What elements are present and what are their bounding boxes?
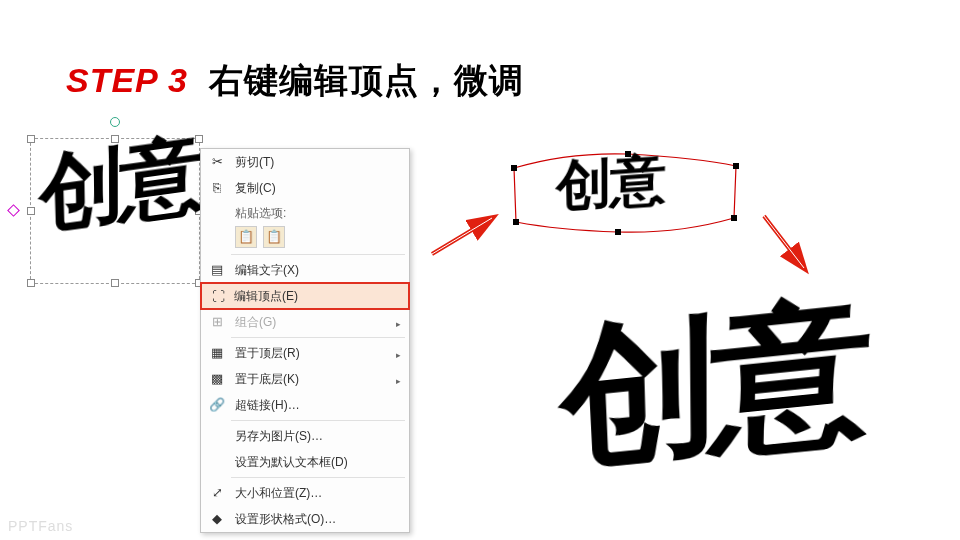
page-title: STEP 3 右键编辑顶点，微调 xyxy=(66,58,524,104)
menu-send-back[interactable]: ▩置于底层(K)▸ xyxy=(201,366,409,392)
title-rest: 右键编辑顶点，微调 xyxy=(209,61,524,99)
menu-format-shape[interactable]: ◆设置形状格式(O)… xyxy=(201,506,409,532)
menu-group: ⊞组合(G)▸ xyxy=(201,309,409,335)
wordart-text: 创意 xyxy=(37,114,201,252)
edit-points-text: 创意 xyxy=(555,142,665,224)
menu-edit-text[interactable]: ▤编辑文字(X) xyxy=(201,257,409,283)
menu-cut[interactable]: ✂剪切(T) xyxy=(201,149,409,175)
svg-rect-5 xyxy=(731,215,737,221)
chevron-right-icon: ▸ xyxy=(396,315,401,333)
svg-rect-6 xyxy=(615,229,621,235)
resize-handle[interactable] xyxy=(27,207,35,215)
menu-save-as-picture[interactable]: 另存为图片(S)… xyxy=(201,423,409,449)
wordart-selected-shape[interactable]: 创意 xyxy=(30,138,200,284)
send-back-icon: ▩ xyxy=(209,370,225,386)
arrow-icon xyxy=(428,210,504,260)
menu-separator xyxy=(231,337,405,338)
step-label: STEP 3 xyxy=(66,61,188,99)
chevron-right-icon: ▸ xyxy=(396,346,401,364)
link-icon: 🔗 xyxy=(209,396,225,412)
watermark: PPTFans xyxy=(8,518,73,534)
svg-line-9 xyxy=(764,216,804,268)
menu-separator xyxy=(231,420,405,421)
menu-separator xyxy=(231,477,405,478)
group-icon: ⊞ xyxy=(209,313,225,329)
paste-options: 📋 📋 xyxy=(201,224,409,252)
svg-rect-2 xyxy=(511,165,517,171)
final-wordart: 创意 xyxy=(554,262,868,503)
svg-rect-4 xyxy=(733,163,739,169)
size-icon: ⤢ xyxy=(209,484,225,500)
menu-size-position[interactable]: ⤢大小和位置(Z)… xyxy=(201,480,409,506)
chevron-right-icon: ▸ xyxy=(396,372,401,390)
copy-icon: ⎘ xyxy=(209,179,225,195)
svg-line-1 xyxy=(432,218,492,254)
adjust-handle[interactable] xyxy=(7,204,20,217)
menu-bring-front[interactable]: ▦置于顶层(R)▸ xyxy=(201,340,409,366)
scissors-icon: ✂ xyxy=(209,153,225,169)
paste-option-1-icon[interactable]: 📋 xyxy=(235,226,257,248)
edit-text-icon: ▤ xyxy=(209,261,225,277)
edit-points-icon: ⛶ xyxy=(210,288,226,304)
context-menu: ✂剪切(T) ⎘复制(C) 粘贴选项: 📋 📋 ▤编辑文字(X) ⛶编辑顶点(E… xyxy=(200,148,410,533)
paste-option-2-icon[interactable]: 📋 xyxy=(263,226,285,248)
svg-rect-7 xyxy=(513,219,519,225)
resize-handle[interactable] xyxy=(27,135,35,143)
menu-copy[interactable]: ⎘复制(C) xyxy=(201,175,409,201)
menu-separator xyxy=(231,254,405,255)
menu-set-default-textbox[interactable]: 设置为默认文本框(D) xyxy=(201,449,409,475)
paste-options-label: 粘贴选项: xyxy=(201,201,409,224)
resize-handle[interactable] xyxy=(27,279,35,287)
menu-hyperlink[interactable]: 🔗超链接(H)… xyxy=(201,392,409,418)
format-icon: ◆ xyxy=(209,510,225,526)
menu-edit-points[interactable]: ⛶编辑顶点(E) xyxy=(200,282,410,310)
bring-front-icon: ▦ xyxy=(209,344,225,360)
resize-handle[interactable] xyxy=(111,279,119,287)
edit-points-preview: 创意 xyxy=(508,148,742,244)
